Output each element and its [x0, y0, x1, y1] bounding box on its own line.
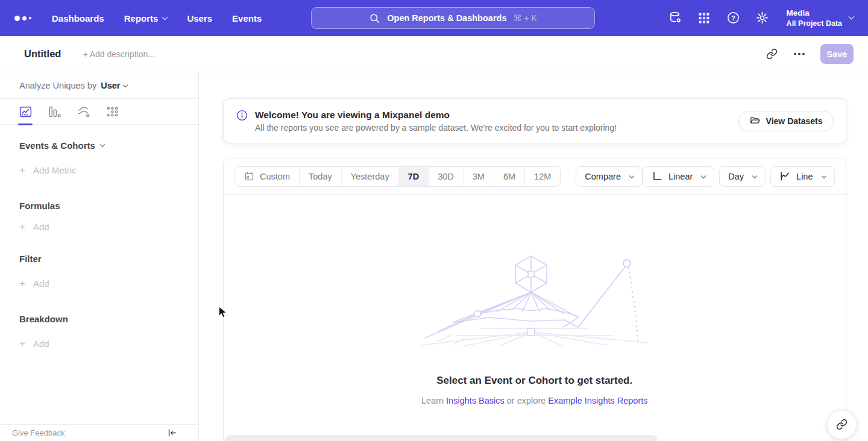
add-breakdown-label: Add — [33, 339, 49, 349]
query-builder-sidebar: Analyze Uniques by User — [0, 72, 199, 441]
report-title[interactable]: Untitled — [24, 48, 61, 60]
interval-dropdown[interactable]: Day — [719, 166, 766, 187]
date-range-7d[interactable]: 7D — [398, 167, 429, 186]
help-icon[interactable]: ? — [726, 11, 740, 25]
chart-type-label: Line — [796, 172, 813, 181]
report-header-actions: Save — [765, 44, 854, 64]
chevron-down-icon — [162, 14, 168, 20]
events-cohorts-label: Events & Cohorts — [19, 140, 95, 151]
add-filter-button[interactable]: + Add — [19, 278, 179, 289]
tab-metrics-icon[interactable] — [105, 104, 119, 119]
top-nav-right: ? Media All Project Data — [668, 8, 854, 28]
compare-dropdown[interactable]: Compare — [576, 166, 643, 187]
formulas-label: Formulas — [19, 201, 60, 211]
global-search-bar[interactable]: Open Reports & Dashboards ⌘ + K — [311, 7, 595, 29]
insights-basics-link[interactable]: Insights Basics — [446, 396, 505, 405]
nav-users[interactable]: Users — [187, 13, 212, 23]
compare-label: Compare — [585, 172, 621, 181]
empty-state-subtitle: Learn Insights Basics or explore Example… — [224, 396, 846, 405]
sidebar-footer: Give Feedback — [0, 424, 198, 441]
settings-gear-icon[interactable] — [755, 11, 769, 25]
info-icon — [236, 109, 248, 122]
view-datasets-label: View Datasets — [766, 116, 823, 126]
data-management-icon[interactable] — [668, 11, 682, 25]
svg-text:?: ? — [731, 14, 735, 22]
analyze-by-value: User — [101, 81, 120, 90]
apps-grid-icon[interactable] — [697, 11, 711, 25]
date-range-yesterday-label: Yesterday — [351, 172, 389, 181]
banner-subtitle: All the reports you see are powered by a… — [255, 123, 617, 133]
nav-dashboards-label: Dashboards — [52, 13, 104, 23]
empty-sub-prefix: Learn — [421, 396, 446, 405]
date-range-6m[interactable]: 6M — [494, 167, 524, 186]
nav-events[interactable]: Events — [232, 13, 262, 23]
add-metric-label: Add Metric — [33, 165, 77, 175]
date-range-custom-label: Custom — [260, 172, 290, 181]
example-insights-reports-link[interactable]: Example Insights Reports — [548, 396, 647, 405]
plus-icon: + — [19, 278, 25, 289]
collapse-sidebar-icon[interactable] — [166, 427, 178, 439]
more-options-icon[interactable] — [793, 48, 806, 61]
calendar-icon — [244, 171, 254, 181]
date-range-30d[interactable]: 30D — [428, 167, 463, 186]
give-feedback-link[interactable]: Give Feedback — [12, 428, 64, 437]
active-tab-underline — [18, 124, 33, 125]
mixpanel-logo[interactable] — [14, 16, 33, 21]
date-range-selector: Custom Today Yesterday 7D 30D 3M 6M 12M — [234, 166, 561, 187]
date-range-12m[interactable]: 12M — [524, 167, 560, 186]
nav-reports-label: Reports — [124, 13, 159, 23]
floating-share-link-button[interactable] — [827, 410, 857, 439]
save-button[interactable]: Save — [820, 44, 854, 64]
demo-welcome-banner: Welcome! You are viewing a Mixpanel demo… — [223, 98, 846, 143]
empty-sub-middle: or explore — [505, 396, 549, 405]
plus-icon: + — [19, 222, 25, 232]
add-metric-button[interactable]: + Add Metric — [19, 165, 179, 175]
formulas-section-title: Formulas — [19, 201, 179, 211]
nav-dashboards[interactable]: Dashboards — [52, 13, 104, 23]
mixpanel-insights-page: Dashboards Reports Users Events Open Rep… — [0, 0, 868, 441]
scale-dropdown[interactable]: Linear — [643, 166, 714, 187]
date-range-custom[interactable]: Custom — [235, 167, 299, 186]
tab-bar-chart-icon[interactable] — [47, 104, 61, 119]
analyze-by-selector[interactable]: User — [101, 81, 127, 90]
filter-label: Filter — [19, 254, 42, 264]
events-cohorts-section-title[interactable]: Events & Cohorts — [19, 140, 179, 151]
date-range-3m-label: 3M — [473, 172, 485, 181]
primary-nav: Dashboards Reports Users Events — [52, 13, 262, 23]
add-formula-label: Add — [33, 222, 49, 232]
breakdown-label: Breakdown — [19, 314, 68, 324]
date-range-3m[interactable]: 3M — [463, 167, 494, 186]
date-range-6m-label: 6M — [503, 172, 515, 181]
search-shortcut: ⌘ + K — [513, 13, 536, 23]
report-description-placeholder[interactable]: + Add description... — [83, 49, 154, 59]
tab-line-chart-icon[interactable] — [18, 104, 33, 119]
add-filter-label: Add — [33, 278, 49, 289]
bottom-card-edge[interactable] — [225, 435, 657, 441]
chevron-down-icon — [629, 173, 634, 178]
chevron-down-icon — [100, 142, 105, 146]
tab-flows-icon[interactable] — [76, 104, 90, 119]
chart-type-dropdown[interactable]: Line — [770, 166, 834, 187]
linear-axis-icon — [652, 170, 663, 182]
chart-empty-state: Select an Event or Cohort to get started… — [224, 195, 846, 405]
add-breakdown-button[interactable]: + Add — [19, 339, 179, 349]
project-switcher[interactable]: Media All Project Data — [787, 8, 854, 28]
chart-controls-row: Custom Today Yesterday 7D 30D 3M 6M 12M … — [224, 158, 846, 195]
search-icon — [369, 13, 380, 24]
banner-title: Welcome! You are viewing a Mixpanel demo — [255, 110, 617, 120]
chevron-down-icon — [123, 82, 128, 87]
date-range-today[interactable]: Today — [299, 167, 341, 186]
add-formula-button[interactable]: + Add — [19, 222, 179, 232]
chevron-down-icon — [752, 173, 757, 178]
wireframe-illustration — [420, 255, 649, 346]
line-chart-icon — [779, 170, 791, 182]
date-range-yesterday[interactable]: Yesterday — [341, 167, 398, 186]
view-datasets-button[interactable]: View Datasets — [738, 111, 834, 131]
top-navigation-bar: Dashboards Reports Users Events Open Rep… — [0, 0, 868, 36]
nav-reports[interactable]: Reports — [124, 13, 168, 23]
project-name: Media — [787, 8, 842, 19]
copy-link-icon[interactable] — [765, 48, 778, 61]
chevron-down-icon — [821, 173, 826, 178]
date-range-7d-label: 7D — [408, 172, 420, 181]
date-range-30d-label: 30D — [438, 172, 454, 181]
